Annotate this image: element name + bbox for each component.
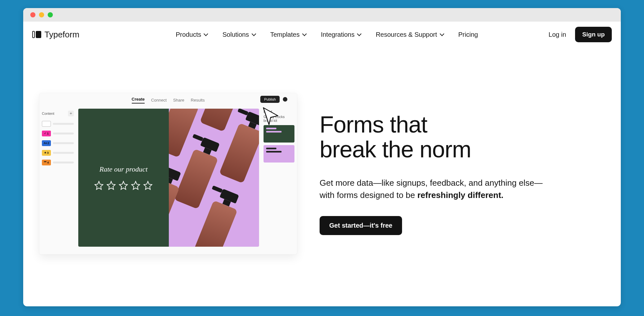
brand-name: Typeform bbox=[44, 30, 79, 40]
chevron-down-icon bbox=[439, 32, 444, 36]
tab-create[interactable]: Create bbox=[132, 97, 145, 104]
chevron-down-icon bbox=[252, 32, 256, 36]
publish-group: Publish bbox=[260, 96, 287, 103]
site-navbar: Typeform Products Solutions Templates In… bbox=[23, 22, 621, 47]
publish-button[interactable]: Publish bbox=[260, 96, 280, 103]
login-link[interactable]: Log in bbox=[549, 31, 566, 38]
close-icon[interactable] bbox=[30, 12, 35, 17]
nav-integrations[interactable]: Integrations bbox=[321, 31, 361, 38]
brand-swatch-lilac[interactable] bbox=[264, 145, 294, 163]
nav-pricing[interactable]: Pricing bbox=[458, 31, 478, 38]
nav-right: Log in Sign up bbox=[549, 27, 612, 42]
signup-button[interactable]: Sign up bbox=[575, 27, 612, 42]
get-started-button[interactable]: Get started—it's free bbox=[320, 216, 402, 235]
hero-section: Create Connect Share Results Publish Con… bbox=[23, 47, 621, 306]
minimize-icon[interactable] bbox=[39, 12, 44, 17]
editor-tabs: Create Connect Share Results Publish bbox=[39, 93, 297, 107]
hero-copy: Forms that break the norm Get more data—… bbox=[320, 112, 564, 235]
brand-logo[interactable]: Typeform bbox=[32, 30, 79, 40]
brand-swatch-green[interactable] bbox=[264, 125, 294, 143]
chevron-down-icon bbox=[204, 32, 208, 36]
tab-results[interactable]: Results bbox=[191, 98, 205, 103]
tab-share[interactable]: Share bbox=[173, 98, 184, 103]
avatar-icon[interactable] bbox=[283, 97, 287, 102]
brand-mark-icon bbox=[32, 31, 41, 38]
tab-connect[interactable]: Connect bbox=[151, 98, 167, 103]
window-titlebar bbox=[23, 8, 621, 22]
cursor-icon bbox=[261, 106, 280, 126]
form-slide-left: Rate our product bbox=[78, 109, 169, 247]
product-screenshot: Create Connect Share Results Publish Con… bbox=[39, 93, 297, 254]
chevron-down-icon bbox=[302, 32, 307, 36]
star-rating[interactable] bbox=[94, 181, 153, 190]
nav-templates[interactable]: Templates bbox=[270, 31, 306, 38]
nav-menu: Products Solutions Templates Integration… bbox=[176, 31, 478, 38]
question-item[interactable]: ★3 bbox=[42, 150, 74, 156]
content-sidebar: Content + ✓1Aa2★3❝❞4 bbox=[39, 107, 76, 254]
browser-frame: Typeform Products Solutions Templates In… bbox=[23, 8, 621, 306]
hero-headline: Forms that break the norm bbox=[320, 112, 564, 163]
add-question-button[interactable]: + bbox=[68, 111, 74, 116]
question-item[interactable]: ✓1 bbox=[42, 131, 74, 136]
brand-sidebar: Brand Glossy Locks brand kit bbox=[261, 107, 297, 254]
content-label: Content bbox=[42, 112, 54, 115]
hero-subheadline: Get more data—like signups, feedback, an… bbox=[320, 177, 545, 201]
question-item[interactable] bbox=[42, 121, 74, 127]
question-prompt: Rate our product bbox=[100, 165, 148, 173]
question-item[interactable]: ❝❞4 bbox=[42, 160, 74, 165]
form-canvas: Rate our product bbox=[78, 109, 259, 247]
nav-products[interactable]: Products bbox=[176, 31, 208, 38]
editor-body: Content + ✓1Aa2★3❝❞4 Rate our product bbox=[39, 107, 297, 254]
maximize-icon[interactable] bbox=[48, 12, 53, 17]
form-slide-right bbox=[169, 109, 259, 247]
nav-solutions[interactable]: Solutions bbox=[222, 31, 255, 38]
chevron-down-icon bbox=[357, 32, 361, 36]
nav-resources[interactable]: Resources & Support bbox=[376, 31, 443, 38]
question-item[interactable]: Aa2 bbox=[42, 140, 74, 146]
